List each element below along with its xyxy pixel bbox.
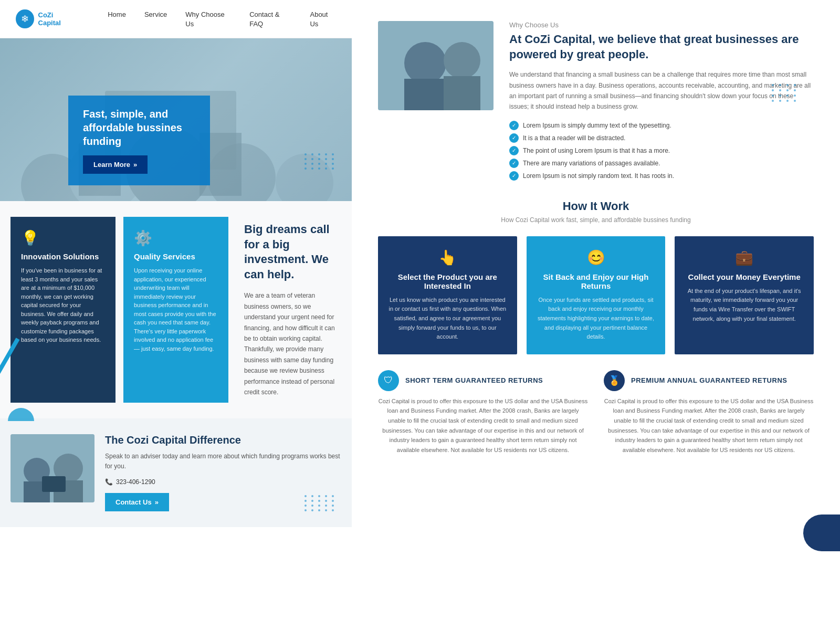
- how-card-2-icon: 😊: [536, 249, 656, 266]
- difference-content: The Cozi Capital Difference Speak to an …: [10, 434, 341, 511]
- check-icon: ✓: [509, 146, 519, 155]
- difference-title: The Cozi Capital Difference: [105, 434, 341, 446]
- how-card-1: 👆 Select the Product you are Interested …: [378, 236, 517, 354]
- check-icon: ✓: [509, 171, 519, 181]
- cozi-difference-section: The Cozi Capital Difference Speak to an …: [0, 418, 352, 527]
- how-card-2-title: Sit Back and Enjoy our High Returns: [536, 272, 656, 290]
- quality-icon: ⚙️: [134, 229, 218, 247]
- how-card-1-text: Let us know which product you are intere…: [387, 296, 508, 342]
- hero-section: Fast, simple, and affordable bussines fu…: [0, 38, 352, 201]
- why-label: Why Choose Us: [509, 21, 814, 29]
- logo-icon: ❄: [16, 9, 34, 28]
- short-term-text: Cozi Capital is proud to offer this expo…: [378, 396, 588, 455]
- why-list: ✓ Lorem Ipsum is simply dummy text of th…: [509, 121, 814, 181]
- svg-rect-14: [42, 476, 66, 492]
- premium-text: Cozi Capital is proud to offer this expo…: [604, 396, 814, 455]
- how-card-1-icon: 👆: [387, 249, 508, 266]
- why-svg: [378, 21, 494, 110]
- phone-icon: 📞: [105, 478, 113, 486]
- left-panel: ❄ CoZi Capital Home Service Why Choose U…: [0, 0, 352, 630]
- why-text: We understand that financing a small bus…: [509, 69, 814, 112]
- contact-us-button[interactable]: Contact Us »: [105, 493, 169, 511]
- quality-card: ⚙️ Quality Services Upon receiving your …: [123, 217, 228, 403]
- how-card-2-text: Once your funds are settled and products…: [536, 296, 656, 342]
- hero-dots-decoration: [304, 153, 336, 170]
- hero-title: Fast, simple, and affordable bussines fu…: [83, 107, 195, 148]
- innovation-title: Innovation Solutions: [21, 252, 105, 261]
- how-card-3-icon: 💼: [684, 249, 804, 266]
- how-card-3-title: Collect your Money Everytime: [684, 272, 804, 281]
- how-title: How It Work: [378, 200, 814, 213]
- why-content: Why Choose Us At CoZi Capital, we believ…: [509, 21, 814, 184]
- svg-point-18: [444, 42, 480, 79]
- why-image: [378, 21, 494, 110]
- why-list-item: ✓ There are many variations of passages …: [509, 159, 814, 168]
- how-subtitle: How Cozi Capital work fast, simple, and …: [378, 216, 814, 224]
- why-list-item: ✓ It is a that a reader will be distract…: [509, 133, 814, 143]
- svg-point-16: [404, 42, 446, 84]
- bottom-dots-decoration: [304, 495, 336, 511]
- innovation-text: If you've been in business for at least …: [21, 266, 105, 344]
- nav-item-why[interactable]: Why Choose Us: [185, 9, 231, 28]
- check-icon: ✓: [509, 121, 519, 130]
- premium-header: 🏅 PREMIUM ANNUAL GUARANTEED RETURNS: [604, 370, 814, 391]
- quality-title: Quality Services: [134, 252, 218, 261]
- check-icon: ✓: [509, 159, 519, 168]
- how-it-works-section: How It Work How Cozi Capital work fast, …: [378, 200, 814, 466]
- hero-content-box: Fast, simple, and affordable bussines fu…: [68, 96, 210, 185]
- why-title: At CoZi Capital, we believe that great b…: [509, 32, 814, 62]
- phone-number: 323-406-1290: [116, 478, 155, 486]
- short-term-title: SHORT TERM GUARANTEED RETURNS: [405, 376, 543, 384]
- check-icon: ✓: [509, 133, 519, 143]
- nav-item-home[interactable]: Home: [108, 9, 126, 28]
- why-choose-us-section: Why Choose Us At CoZi Capital, we believ…: [378, 21, 814, 184]
- feature-cards-section: 💡 Innovation Solutions If you've been in…: [0, 201, 352, 418]
- premium-title: PREMIUM ANNUAL GUARANTEED RETURNS: [631, 376, 787, 384]
- nav-item-about[interactable]: About Us: [310, 9, 336, 28]
- innovation-card: 💡 Innovation Solutions If you've been in…: [10, 217, 116, 403]
- feature-main-text: We are a team of veteran business owners…: [244, 290, 341, 397]
- svg-rect-19: [444, 76, 480, 110]
- nav-item-contact[interactable]: Contact & FAQ: [249, 9, 291, 28]
- why-list-item: ✓ Lorem Ipsum is not simply random text.…: [509, 171, 814, 181]
- short-term-header: 🛡 SHORT TERM GUARANTEED RETURNS: [378, 370, 588, 391]
- right-circle-decoration: [803, 514, 840, 551]
- why-list-item: ✓ Lorem Ipsum is simply dummy text of th…: [509, 121, 814, 130]
- short-term-returns: 🛡 SHORT TERM GUARANTEED RETURNS Cozi Cap…: [378, 370, 588, 455]
- right-panel: Why Choose Us At CoZi Capital, we believ…: [352, 0, 840, 630]
- premium-returns: 🏅 PREMIUM ANNUAL GUARANTEED RETURNS Cozi…: [604, 370, 814, 455]
- learn-more-button[interactable]: Learn More »: [83, 155, 148, 174]
- difference-description: Speak to an adviser today and learn more…: [105, 452, 341, 471]
- people-illustration: [10, 434, 94, 502]
- svg-rect-17: [404, 79, 446, 110]
- how-cards-container: 👆 Select the Product you are Interested …: [378, 236, 814, 354]
- feature-main-title: Big dreams call for a big investment. We…: [244, 222, 341, 282]
- innovation-icon: 💡: [21, 229, 105, 247]
- medal-icon: 🏅: [604, 370, 625, 391]
- right-dots-decoration: [772, 84, 798, 102]
- logo-text: CoZi Capital: [38, 11, 77, 27]
- quality-text: Upon receiving your online application, …: [134, 266, 218, 353]
- nav-item-service[interactable]: Service: [144, 9, 167, 28]
- returns-section: 🛡 SHORT TERM GUARANTEED RETURNS Cozi Cap…: [378, 370, 814, 455]
- how-card-1-title: Select the Product you are Interested In: [387, 272, 508, 290]
- how-card-2: 😊 Sit Back and Enjoy our High Returns On…: [527, 236, 666, 354]
- page-wrapper: ❄ CoZi Capital Home Service Why Choose U…: [0, 0, 840, 630]
- why-list-item: ✓ The point of using Lorem Ipsum is that…: [509, 146, 814, 155]
- nav-links: Home Service Why Choose Us Contact & FAQ…: [108, 9, 336, 28]
- how-card-3: 💼 Collect your Money Everytime At the en…: [675, 236, 814, 354]
- how-card-3-text: At the end of your product's lifespan, a…: [684, 287, 804, 323]
- feature-main: Big dreams call for a big investment. We…: [239, 217, 341, 403]
- logo: ❄ CoZi Capital: [16, 9, 76, 28]
- shield-icon: 🛡: [378, 370, 399, 391]
- people-svg: [10, 434, 94, 502]
- phone-row: 📞 323-406-1290: [105, 478, 341, 486]
- navbar: ❄ CoZi Capital Home Service Why Choose U…: [0, 0, 352, 38]
